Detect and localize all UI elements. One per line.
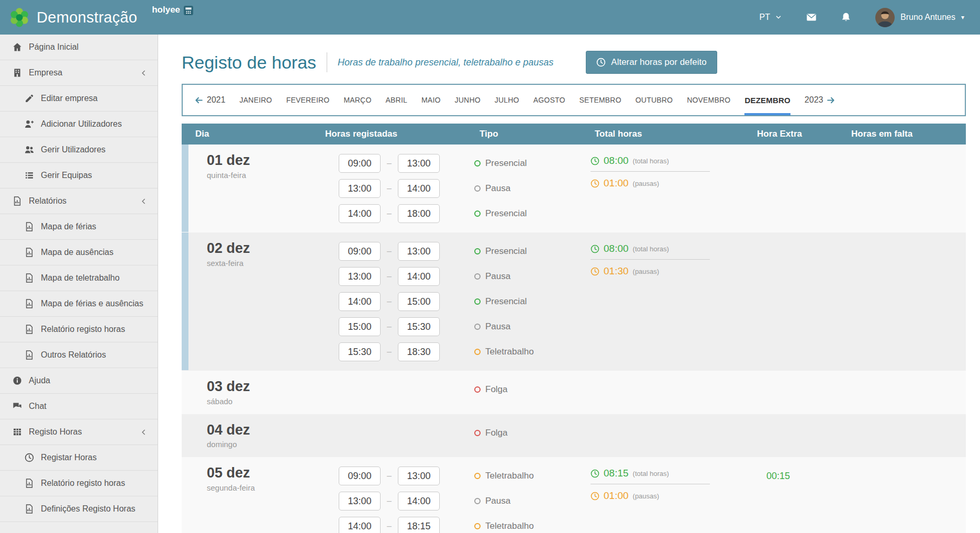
sidebar-item-label: Editar empresa: [41, 94, 98, 103]
sidebar-item-gerir-utilizadores[interactable]: Gerir Utilizadores: [0, 137, 158, 163]
sidebar-item-registo-horas[interactable]: Registo Horas: [0, 419, 158, 445]
sidebar-item-relatorio-registo-horas[interactable]: Relatório registo horas: [0, 317, 158, 342]
sidebar-item-registar-horas[interactable]: Registar Horas: [0, 445, 158, 471]
sidebar-item-relatorio-registo-horas[interactable]: Relatório registo horas: [0, 471, 158, 496]
type-label: Folga: [485, 384, 508, 395]
entry-type: Teletrabalho: [474, 465, 582, 486]
sidebar-item-adicionar-utilizadores[interactable]: Adicionar Utilizadores: [0, 112, 158, 137]
end-time-input[interactable]: 14:00: [398, 267, 440, 286]
start-time-input[interactable]: 13:00: [339, 179, 381, 198]
product-name: holyee: [152, 5, 180, 15]
start-time-input[interactable]: 14:00: [339, 292, 381, 311]
sidebar-item-label: Página Inicial: [29, 42, 79, 52]
end-time-input[interactable]: 15:30: [398, 317, 440, 336]
file-chart-icon: [25, 248, 34, 257]
end-time-input[interactable]: 14:00: [398, 179, 440, 198]
registered-hours-cell: 09:00–13:0013:00–14:0014:00–15:0015:00–1…: [313, 241, 467, 362]
month-tab-julho[interactable]: JULHO: [495, 85, 519, 115]
month-tab-agosto[interactable]: AGOSTO: [533, 85, 565, 115]
sidebar-item-pagina-inicial[interactable]: Página Inicial: [0, 35, 158, 60]
type-label: Folga: [485, 428, 508, 438]
month-tab-junho[interactable]: JUNHO: [455, 85, 481, 115]
end-time-input[interactable]: 13:00: [398, 242, 440, 261]
type-ring-icon: [474, 523, 481, 529]
sidebar-item-relatorios[interactable]: Relatórios: [0, 188, 158, 214]
list-icon: [25, 171, 34, 180]
sidebar-item-mapa-de-teletrabalho[interactable]: Mapa de teletrabalho: [0, 265, 158, 291]
type-ring-icon: [474, 386, 481, 393]
month-tab-fevereiro[interactable]: FEVEREIRO: [286, 85, 330, 115]
product-badge-icon: [184, 5, 193, 15]
sidebar-item-mapa-de-ferias-e-ausencias[interactable]: Mapa de férias e ausências: [0, 291, 158, 317]
start-time-input[interactable]: 09:00: [339, 242, 381, 261]
entry-type: Teletrabalho: [474, 516, 582, 533]
prev-year-label: 2021: [207, 95, 226, 105]
month-tab-outubro[interactable]: OUTUBRO: [636, 85, 673, 115]
start-time-input[interactable]: 14:00: [339, 517, 381, 533]
end-time-input[interactable]: 18:15: [398, 517, 440, 533]
sidebar-item-empresa[interactable]: Empresa: [0, 60, 158, 86]
pause-hours-value: 01:00: [604, 177, 629, 189]
bell-icon[interactable]: [841, 12, 851, 23]
start-time-input[interactable]: 15:30: [339, 342, 381, 361]
user-menu[interactable]: Bruno Antunes ▾: [875, 8, 964, 27]
table-header: Dia Horas registadas Tipo Total horas Ho…: [182, 124, 966, 145]
type-ring-icon: [474, 185, 481, 192]
mail-icon[interactable]: [806, 12, 817, 23]
start-time-input[interactable]: 15:00: [339, 317, 381, 336]
end-time-input[interactable]: 13:00: [398, 467, 440, 485]
sidebar-item-editar-empresa[interactable]: Editar empresa: [0, 86, 158, 112]
month-tab-abril[interactable]: ABRIL: [386, 85, 407, 115]
sidebar-item-chat[interactable]: Chat: [0, 394, 158, 419]
end-time-input[interactable]: 18:00: [398, 204, 440, 223]
time-entry: 13:00–14:00: [339, 178, 467, 199]
start-time-input[interactable]: 13:00: [339, 492, 381, 510]
month-tab-janeiro[interactable]: JANEIRO: [240, 85, 272, 115]
type-ring-icon: [474, 248, 481, 254]
entry-type: Pausa: [474, 316, 582, 337]
prev-year-button[interactable]: 2021: [194, 85, 226, 115]
sidebar-item-definicoes-registo-horas[interactable]: Definições Registo Horas: [0, 496, 158, 522]
sidebar-item-outros-relatorios[interactable]: Outros Relatórios: [0, 342, 158, 368]
time-range-dash: –: [387, 209, 392, 218]
total-hours-cell: 08:00(total horas)01:30(pausas): [582, 241, 744, 362]
brand[interactable]: Demonstração: [7, 5, 137, 29]
start-time-input[interactable]: 14:00: [339, 204, 381, 223]
day-cell: 01 dezquinta-feira: [182, 153, 313, 224]
end-time-input[interactable]: 13:00: [398, 154, 440, 173]
sidebar-item-ajuda[interactable]: Ajuda: [0, 368, 158, 394]
chat-icon: [13, 402, 22, 411]
file-chart-icon: [25, 273, 34, 283]
sidebar-item-gerir-equipas[interactable]: Gerir Equipas: [0, 163, 158, 188]
month-tab-maio[interactable]: MAIO: [421, 85, 441, 115]
end-time-input[interactable]: 18:30: [398, 342, 440, 361]
month-tab-dezembro[interactable]: DEZEMBRO: [744, 85, 790, 115]
sidebar-item-mapa-de-ferias[interactable]: Mapa de férias: [0, 214, 158, 240]
next-year-button[interactable]: 2023: [805, 85, 836, 115]
language-selector[interactable]: PT: [760, 13, 782, 22]
total-hours-cell: [582, 379, 744, 406]
file-chart-icon: [13, 196, 22, 206]
start-time-input[interactable]: 09:00: [339, 154, 381, 173]
type-cell: Folga: [467, 379, 582, 406]
day-row-05-dez: 05 dezsegunda-feira09:00–13:0013:00–14:0…: [182, 457, 966, 533]
start-time-input[interactable]: 09:00: [339, 467, 381, 485]
brand-name: Demonstração: [37, 9, 137, 26]
day-label: 03 dez: [207, 379, 313, 395]
month-tab-setembro[interactable]: SETEMBRO: [580, 85, 621, 115]
month-tab-marco[interactable]: MARÇO: [343, 85, 371, 115]
entry-type: Presencial: [474, 203, 582, 224]
end-time-input[interactable]: 15:00: [398, 292, 440, 311]
start-time-input[interactable]: 13:00: [339, 267, 381, 286]
sidebar-item-mapa-de-ausencias[interactable]: Mapa de ausências: [0, 240, 158, 265]
month-tab-novembro[interactable]: NOVEMBRO: [687, 85, 730, 115]
total-hours-value: 08:00: [604, 155, 629, 166]
type-label: Pausa: [485, 183, 510, 194]
change-default-hours-button[interactable]: Alterar horas por defeito: [586, 51, 717, 74]
sidebar-item-label: Empresa: [29, 68, 62, 77]
time-entry: 14:00–15:00: [339, 291, 467, 312]
top-header-bar: Demonstração holyee PT: [0, 0, 980, 35]
time-register-table: Dia Horas registadas Tipo Total horas Ho…: [182, 124, 966, 533]
clock-icon: [25, 453, 34, 462]
end-time-input[interactable]: 14:00: [398, 492, 440, 510]
